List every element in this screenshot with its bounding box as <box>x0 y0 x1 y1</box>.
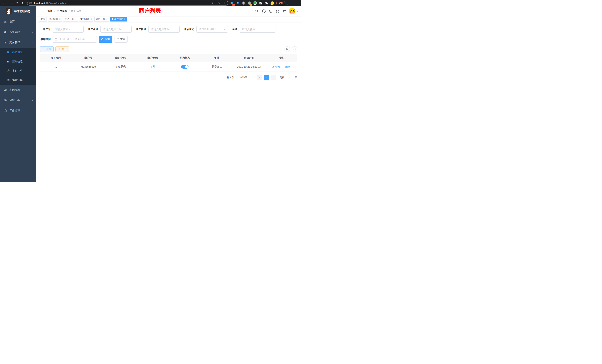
tab-user-group[interactable]: 用户分组× <box>63 17 78 21</box>
tab-merchant-info[interactable]: 商户信息× <box>110 17 127 21</box>
sidebar-item-app-info[interactable]: 应用信息 <box>0 57 36 66</box>
sidebar-item-label: 首页 <box>10 20 34 23</box>
forward-icon[interactable] <box>8 1 13 6</box>
font-size-icon[interactable]: TT <box>282 9 286 13</box>
merchant-no-input[interactable] <box>53 26 84 33</box>
reload-icon[interactable] <box>14 1 19 6</box>
extension-icons: 10 ⌘ 1 y <box>230 1 274 5</box>
breadcrumb-section[interactable]: 支付管理 <box>57 10 67 13</box>
create-time-range-picker[interactable]: 开始日期 - 结束日期 <box>53 36 97 43</box>
extension-badge: 10 <box>232 4 235 6</box>
breadcrumb-home[interactable]: 首页 <box>47 10 53 13</box>
toggle-search-button[interactable] <box>284 46 290 52</box>
browser-toolbar: localhost:1024/pay/merchant 10 ⌘ 1 <box>0 0 301 6</box>
status-toggle[interactable] <box>181 65 189 69</box>
extension-note-icon[interactable] <box>259 1 263 5</box>
refresh-icon <box>117 38 119 41</box>
date-separator: - <box>69 38 75 41</box>
breadcrumb-separator: / <box>69 10 69 13</box>
short-name-input[interactable] <box>149 26 180 33</box>
search-button[interactable]: 搜索 <box>99 36 112 43</box>
site-info-icon[interactable] <box>29 1 32 5</box>
chevron-up-icon <box>32 41 34 43</box>
user-avatar[interactable] <box>289 8 295 14</box>
share-icon[interactable] <box>217 2 220 5</box>
total-prefix: 共 <box>227 76 229 79</box>
col-full-name: 商户全称 <box>104 54 137 62</box>
export-button[interactable]: 导出 <box>55 46 69 52</box>
password-key-icon[interactable] <box>212 1 215 5</box>
tags-view: 首页 流程表单× 用户分组× 支付订单× 退款订单× 商户信息× <box>36 16 301 22</box>
close-icon[interactable]: × <box>75 18 76 20</box>
avatar-caret-icon[interactable] <box>297 11 298 12</box>
sidebar-item-label: 退款订单 <box>12 78 23 82</box>
sidebar-item-pay-order[interactable]: ¥ 支付订单 <box>0 66 36 75</box>
extension-gem-icon[interactable] <box>236 1 240 5</box>
sidebar-item-merchant-info[interactable]: 商户信息 <box>0 48 36 57</box>
pagination: 共 1 条 10条/页 1 前往 页 <box>40 75 297 84</box>
profile-emoji-icon[interactable] <box>270 1 274 5</box>
tab-process-form[interactable]: 流程表单× <box>48 17 62 21</box>
next-page-button[interactable] <box>271 75 276 80</box>
chevron-down-icon <box>32 99 34 101</box>
github-icon[interactable] <box>262 9 266 13</box>
extension-diamond-icon[interactable]: 10 <box>230 1 234 5</box>
page-size-select[interactable]: 10条/页 <box>237 75 255 80</box>
tab-home[interactable]: 首页 <box>39 17 47 21</box>
sidebar-item-payment[interactable]: ¥ 支付管理 <box>0 37 36 48</box>
close-icon[interactable]: × <box>90 18 92 20</box>
toolbox-icon <box>4 99 7 102</box>
home-icon[interactable] <box>21 1 26 6</box>
pagination-goto: 前往 页 <box>280 75 297 80</box>
sidebar-item-system[interactable]: 系统管理 <box>0 27 36 37</box>
status-select[interactable]: 请选择开启状态 <box>196 26 228 33</box>
tab-refund-order[interactable]: 退款订单× <box>94 17 109 21</box>
extension-circle-icon[interactable]: 1 <box>247 1 251 5</box>
sidebar-item-infrastructure[interactable]: 基础设施 <box>0 85 36 95</box>
remark-input[interactable] <box>240 26 275 33</box>
help-icon[interactable]: ? <box>269 9 272 13</box>
close-icon[interactable]: × <box>124 18 126 20</box>
delete-button[interactable]: 删除 <box>282 65 290 68</box>
chevron-down-icon <box>32 89 34 91</box>
sidebar-item-devtools[interactable]: 研发工具 <box>0 95 36 106</box>
page-size-value: 10条/页 <box>239 76 251 79</box>
full-name-input[interactable] <box>100 26 132 33</box>
browser-menu-icon[interactable] <box>287 2 289 4</box>
cell-status <box>169 62 201 72</box>
extensions-puzzle-icon[interactable] <box>265 1 268 5</box>
bookmark-star-icon[interactable] <box>223 1 226 5</box>
close-icon[interactable]: × <box>59 18 61 20</box>
header-search-icon[interactable] <box>255 9 259 13</box>
sidebar-item-home[interactable]: 首页 <box>0 17 36 27</box>
dashboard-icon <box>4 20 7 23</box>
extension-badge: 1 <box>250 4 252 6</box>
search-icon <box>286 48 289 50</box>
sidebar-collapse-icon[interactable] <box>39 8 45 14</box>
back-icon[interactable] <box>2 1 7 6</box>
edit-button[interactable]: 修改 <box>272 65 280 68</box>
sidebar-menu: 首页 系统管理 ¥ 支付管理 <box>0 17 36 116</box>
extension-y-icon[interactable]: y <box>253 1 257 5</box>
top-navbar: 首页 / 支付管理 / 商户信息 ? TT <box>36 6 301 16</box>
tab-pay-order[interactable]: 支付订单× <box>79 17 93 21</box>
pay-circle-icon: ¥ <box>7 69 10 72</box>
url-bar[interactable]: localhost:1024/pay/merchant <box>27 1 228 6</box>
add-button[interactable]: ＋ 新增 <box>40 46 54 52</box>
chrome-update-button[interactable]: 更新 <box>276 1 285 5</box>
fullscreen-icon[interactable] <box>276 9 279 13</box>
goto-page-input[interactable] <box>286 75 293 80</box>
reset-button[interactable]: 重置 <box>115 36 128 43</box>
sidebar-item-refund-order[interactable]: 退款订单 <box>0 75 36 85</box>
close-icon[interactable]: × <box>106 18 107 20</box>
app-logo-row[interactable]: 芋道管理系统 <box>0 6 36 17</box>
chevron-right-icon <box>273 76 275 79</box>
page-number-1[interactable]: 1 <box>264 75 269 80</box>
app-logo-rabbit-image <box>6 8 12 14</box>
breadcrumb-current: 商户信息 <box>71 10 82 13</box>
sidebar: 芋道管理系统 首页 系统管理 ¥ 支付管理 <box>0 6 36 182</box>
sidebar-item-workflow[interactable]: 工作流程 <box>0 106 36 116</box>
prev-page-button[interactable] <box>257 75 262 80</box>
extension-command-icon[interactable]: ⌘ <box>242 1 245 5</box>
refresh-table-button[interactable] <box>292 46 297 52</box>
